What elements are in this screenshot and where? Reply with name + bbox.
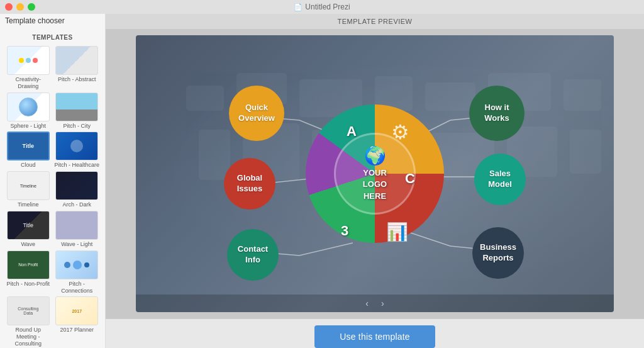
template-thumb-pitch-nonprofit: Non Profit xyxy=(7,250,50,279)
template-thumb-roundup-consulting: ConsultingData xyxy=(7,296,50,325)
template-item-wave[interactable]: Title Wave xyxy=(5,211,52,248)
template-thumb-cloud: Title xyxy=(7,132,50,160)
bubble-sales-model[interactable]: SalesModel xyxy=(474,154,526,205)
diagram: A ⚙ C 📊 3 🌍 YOUR LOGO HE xyxy=(218,60,532,287)
bubble-global-issues[interactable]: GlobalIssues xyxy=(224,158,275,210)
preview-header: TEMPLATE PREVIEW xyxy=(106,14,644,29)
template-thumb-sphere-light xyxy=(7,93,50,121)
template-thumb-pitch-city xyxy=(55,93,98,121)
template-thumb-timeline: Timeline xyxy=(7,171,50,200)
bubble-sales-model-text: SalesModel xyxy=(488,169,512,190)
templates-section-label: TEMPLATES xyxy=(0,29,105,43)
preview-area: A ⚙ C 📊 3 🌍 YOUR LOGO HE xyxy=(106,29,644,318)
center-logo: 🌍 YOUR LOGO HERE xyxy=(334,133,416,215)
use-template-button[interactable]: Use this template xyxy=(314,325,435,348)
template-thumb-creativity-drawing xyxy=(7,46,50,75)
template-thumb-planner-2017: 2017 xyxy=(55,296,98,325)
svg-line-21 xyxy=(299,243,353,255)
app-title: Template chooser xyxy=(0,14,105,29)
template-item-planner-2017[interactable]: 2017 2017 Planner xyxy=(54,296,101,347)
template-thumb-pitch-healthcare xyxy=(55,132,98,160)
template-label-creativity-drawing: Creativity-Drawing xyxy=(5,76,52,90)
main-content: TEMPLATE PREVIEW xyxy=(106,14,644,348)
template-label-wave-light: Wave - Light xyxy=(61,241,92,248)
gear-icon-segment: ⚙ xyxy=(391,120,409,144)
minimize-button[interactable] xyxy=(16,3,24,11)
template-item-pitch-healthcare[interactable]: Pitch - Healthcare xyxy=(54,132,101,169)
template-thumb-wave-light xyxy=(55,211,98,240)
slide-navigation: ‹ › xyxy=(136,295,614,312)
template-item-arch-dark[interactable]: Arch - Dark xyxy=(54,171,101,208)
bubble-how-it-works[interactable]: How itWorks xyxy=(469,86,525,141)
bottom-bar: Use this template xyxy=(106,318,644,348)
template-item-pitch-abstract[interactable]: Pitch - Abstract xyxy=(54,46,101,90)
template-label-planner-2017: 2017 Planner xyxy=(60,327,94,334)
template-item-creativity-drawing[interactable]: Creativity-Drawing xyxy=(5,46,52,90)
template-item-pitch-city[interactable]: Pitch - City xyxy=(54,93,101,130)
bubble-how-it-works-text: How itWorks xyxy=(484,103,509,124)
titlebar: 📄 Untitled Prezi xyxy=(0,0,644,14)
bubble-business-reports[interactable]: BusinessReports xyxy=(472,227,524,279)
slide-container: A ⚙ C 📊 3 🌍 YOUR LOGO HE xyxy=(136,35,614,312)
template-label-pitch-abstract: Pitch - Abstract xyxy=(58,76,96,83)
template-thumb-pitch-abstract xyxy=(55,46,98,75)
template-thumb-pitch-connections xyxy=(55,250,98,279)
template-label-cloud: Cloud xyxy=(21,162,36,169)
maximize-button[interactable] xyxy=(28,3,35,11)
slide-next-arrow[interactable]: › xyxy=(381,298,384,308)
close-button[interactable] xyxy=(5,3,13,11)
bubble-quick-overview[interactable]: QuickOverview xyxy=(229,86,284,141)
globe-icon: 🌍 xyxy=(364,145,386,166)
template-label-pitch-city: Pitch - City xyxy=(63,123,91,130)
template-item-pitch-connections[interactable]: Pitch - Connections xyxy=(54,250,101,295)
template-label-pitch-connections: Pitch - Connections xyxy=(54,281,101,295)
template-item-cloud[interactable]: Title Cloud xyxy=(5,132,52,169)
template-label-pitch-nonprofit: Pitch - Non-Profit xyxy=(6,281,50,288)
template-label-arch-dark: Arch - Dark xyxy=(62,201,91,208)
template-label-sphere-light: Sphere - Light xyxy=(10,123,46,130)
template-label-roundup-consulting: Round Up Meeting - Consulting xyxy=(5,327,52,347)
templates-grid: Creativity-Drawing Pitch - Abstract Sphe… xyxy=(0,43,105,348)
window-controls[interactable] xyxy=(5,3,35,11)
bubble-quick-overview-text: QuickOverview xyxy=(238,103,275,124)
bubble-global-issues-text: GlobalIssues xyxy=(237,173,262,194)
window-title: 📄 Untitled Prezi xyxy=(294,3,350,11)
chart-icon-segment: 📊 xyxy=(386,222,408,242)
segment-label-3: 3 xyxy=(341,223,348,239)
bubble-contact-info[interactable]: ContactInfo xyxy=(227,229,279,281)
slide-prev-arrow[interactable]: ‹ xyxy=(365,298,369,308)
app-container: Template chooser TEMPLATES Creativity-Dr… xyxy=(0,14,644,348)
bubble-contact-info-text: ContactInfo xyxy=(238,244,268,266)
template-item-pitch-nonprofit[interactable]: Non Profit Pitch - Non-Profit xyxy=(5,250,52,295)
template-item-wave-light[interactable]: Wave - Light xyxy=(54,211,101,248)
segment-label-a: A xyxy=(347,123,357,140)
template-item-timeline[interactable]: Timeline Timeline xyxy=(5,171,52,208)
center-logo-text: YOUR LOGO HERE xyxy=(363,167,387,202)
sidebar: Template chooser TEMPLATES Creativity-Dr… xyxy=(0,14,106,348)
template-label-pitch-healthcare: Pitch - Healthcare xyxy=(54,162,99,169)
template-thumb-arch-dark xyxy=(55,171,98,200)
template-item-roundup-consulting[interactable]: ConsultingData Round Up Meeting - Consul… xyxy=(5,296,52,347)
segment-label-c: C xyxy=(405,171,415,187)
template-label-timeline: Timeline xyxy=(18,201,39,208)
template-thumb-wave: Title xyxy=(7,211,50,240)
template-item-sphere-light[interactable]: Sphere - Light xyxy=(5,93,52,130)
bubble-business-reports-text: BusinessReports xyxy=(480,242,516,264)
template-label-wave: Wave xyxy=(21,241,35,248)
